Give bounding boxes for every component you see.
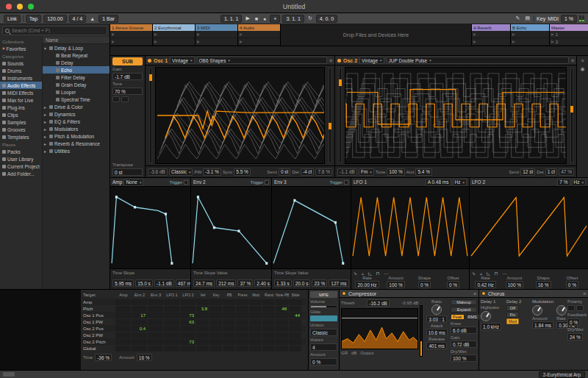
matrix-cell[interactable]: 63 — [180, 319, 196, 325]
lfo-param-value[interactable]: 0 % — [418, 281, 431, 288]
matrix-cell[interactable] — [209, 332, 222, 338]
stop-button[interactable]: ■ — [254, 16, 259, 21]
clip-slot[interactable] — [153, 38, 195, 46]
matrix-target-label[interactable]: Osc 2 Pitch — [83, 340, 115, 344]
osc2-wavetable-select[interactable]: JUP Double Pulse▾ — [387, 57, 569, 64]
matrix-cell[interactable] — [236, 313, 248, 318]
matrix-cell[interactable] — [289, 306, 301, 312]
matrix-target-label[interactable]: Osc 2 PW — [83, 333, 115, 338]
matrix-cell[interactable] — [249, 339, 262, 345]
matrix-cell[interactable] — [209, 346, 222, 352]
matrix-cell[interactable] — [276, 346, 288, 352]
track-header[interactable]: 2 Eurythmical — [153, 24, 195, 31]
matrix-cell[interactable] — [276, 313, 288, 318]
browser-category-item[interactable]: Instruments — [0, 74, 42, 82]
matrix-midi-column-header[interactable]: PB — [223, 293, 236, 297]
delay2-mode-button[interactable]: Fix — [506, 312, 519, 318]
matrix-cell[interactable] — [236, 326, 248, 332]
lfo-shape-icon[interactable]: ⋯ — [502, 271, 506, 276]
unison-mode-select[interactable]: Classic — [310, 329, 337, 336]
matrix-cell[interactable] — [132, 332, 147, 338]
amp-env-mode-select[interactable]: None▾ — [123, 179, 143, 186]
clip-slot[interactable] — [238, 31, 280, 38]
envelope-value[interactable]: 20.0 s — [293, 279, 311, 287]
browser-device-item[interactable]: Grain Delay — [43, 81, 110, 88]
osc2-position-slider[interactable] — [570, 68, 573, 163]
display-mode-icon[interactable]: ≡ — [329, 58, 332, 63]
return-track-header[interactable]: A Reverb — [472, 24, 510, 31]
matrix-cell[interactable] — [148, 332, 163, 338]
osc1-effect-mode-select[interactable]: Classic▾ — [169, 168, 193, 176]
matrix-cell[interactable] — [249, 346, 262, 352]
matrix-cell[interactable] — [115, 346, 131, 352]
matrix-cell[interactable] — [223, 339, 235, 345]
matrix-target-label[interactable]: Osc 1 PW — [83, 320, 115, 324]
osc2-detune-value[interactable]: 1 ct — [545, 168, 557, 176]
matrix-midi-column-header[interactable]: Key — [209, 293, 223, 297]
drywet-value[interactable]: 24 % — [567, 333, 583, 340]
matrix-cell[interactable] — [115, 332, 131, 338]
matrix-cell[interactable] — [276, 339, 288, 345]
browser-collection-item[interactable]: ♥ Favorites — [0, 45, 42, 52]
osc1-gain-value[interactable]: -3.6 dB — [148, 168, 168, 176]
browser-device-item[interactable]: ▸ Pitch & Modulation — [43, 132, 110, 140]
lfo-param-value[interactable]: 0 % — [566, 281, 578, 288]
browser-category-item[interactable]: Audio Effects — [0, 82, 42, 89]
sub-gain-value[interactable]: -1.7 dB — [112, 73, 143, 80]
matrix-cell[interactable] — [276, 326, 288, 332]
matrix-cell[interactable] — [209, 319, 222, 325]
hamburger-icon[interactable]: ≡ — [583, 291, 586, 296]
browser-device-item[interactable]: Filter Delay — [43, 74, 110, 81]
matrix-cell[interactable] — [262, 326, 275, 332]
matrix-mod-column-header[interactable]: Amp — [115, 293, 132, 297]
sub-octave-down-button[interactable] — [112, 96, 120, 102]
osc1-pw-value[interactable]: -3.1 % — [203, 168, 221, 176]
trigger-toggle[interactable] — [265, 180, 269, 185]
mod-amount-knob[interactable] — [532, 305, 542, 315]
expand-arrow-icon[interactable]: ▸ — [44, 119, 49, 124]
browser-category-item[interactable]: Samples — [0, 118, 42, 126]
highpass-value[interactable]: 1.0 kHz — [481, 323, 501, 330]
osc2-tune-value[interactable]: 100 % — [387, 168, 404, 176]
matrix-cell[interactable] — [196, 319, 209, 325]
osc1-wavetable-display[interactable] — [155, 67, 325, 164]
matrix-cell[interactable] — [132, 346, 147, 352]
track-header[interactable]: 3 MIDI — [196, 24, 237, 31]
matrix-cell[interactable] — [262, 339, 275, 345]
matrix-cell[interactable] — [289, 326, 301, 332]
envelope-value[interactable]: 2.40 s — [254, 279, 272, 287]
rms-mode-button[interactable]: RMS — [466, 314, 479, 320]
loop-icon[interactable]: ↻ — [306, 15, 314, 21]
mod-rate-knob[interactable] — [556, 305, 567, 315]
amp-envelope-display[interactable] — [110, 187, 190, 269]
matrix-cell[interactable] — [164, 313, 179, 318]
close-window-button[interactable] — [6, 4, 12, 10]
loop-start-field[interactable]: 3. 1. 1 — [282, 15, 304, 23]
osc1-wavetable-select[interactable]: OB6 Shapes▾ — [197, 57, 327, 64]
expand-arrow-icon[interactable]: ▸ — [44, 112, 49, 117]
matrix-cell[interactable] — [115, 299, 131, 305]
matrix-cell[interactable] — [132, 339, 147, 345]
lfo-shape-icon[interactable]: ◺ — [368, 271, 372, 276]
delay2-mode-button[interactable]: Mod — [506, 318, 519, 324]
matrix-target-label[interactable]: Osc 1 Pos — [83, 313, 115, 318]
clip-slot[interactable] — [196, 38, 237, 46]
glide-control[interactable] — [310, 315, 337, 321]
matrix-cell[interactable] — [236, 299, 248, 305]
matrix-cell[interactable] — [289, 339, 301, 345]
current-clip-name[interactable]: 2-Eurythmical Arp — [539, 371, 585, 378]
matrix-cell[interactable] — [209, 326, 222, 332]
transpose-value[interactable]: 0 st — [112, 168, 143, 176]
matrix-cell[interactable] — [249, 313, 262, 318]
voices-value[interactable]: 4 — [310, 343, 337, 351]
arrangement-position-field[interactable]: 1. 1. 1 — [220, 15, 242, 23]
matrix-target-label[interactable]: Amp — [83, 300, 115, 304]
knee-value[interactable]: 6.0 dB — [451, 327, 477, 334]
matrix-cell[interactable] — [132, 319, 147, 325]
matrix-cell[interactable]: 73 — [180, 339, 196, 345]
browser-device-item[interactable]: ▸ Modulators — [43, 125, 110, 132]
osc2-position-value[interactable]: 47 % — [559, 168, 574, 176]
unison-amount-value[interactable]: 0 % — [310, 358, 337, 365]
matrix-cell[interactable] — [289, 332, 301, 338]
compressor-display[interactable] — [341, 308, 418, 349]
